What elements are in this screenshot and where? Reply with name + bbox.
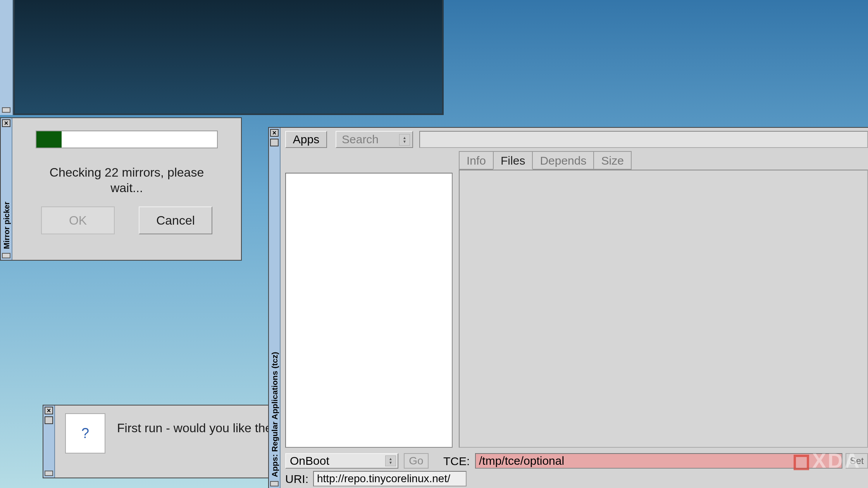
minimize-icon[interactable]	[2, 107, 10, 113]
install-mode-dropdown[interactable]: OnBoot ▲▼	[285, 453, 398, 469]
watermark: XDA	[794, 448, 861, 473]
detail-pane[interactable]	[459, 170, 868, 448]
mirror-picker-titlebar[interactable]: × Mirror picker	[1, 118, 12, 260]
uri-label: URI:	[285, 473, 308, 486]
search-mode-label: Search	[342, 133, 379, 146]
maximize-icon[interactable]	[270, 139, 279, 146]
dropdown-arrows-icon: ▲▼	[399, 134, 410, 146]
terminal-body[interactable]	[13, 0, 444, 115]
window-title: Apps: Regular Applications (tcz)	[270, 150, 279, 477]
package-list[interactable]	[285, 173, 453, 448]
dropdown-arrows-icon: ▲▼	[385, 455, 396, 466]
terminal-titlebar[interactable]	[0, 0, 13, 115]
minimize-icon[interactable]	[270, 481, 279, 486]
minimize-icon[interactable]	[2, 253, 10, 258]
window-title: Mirror picker	[2, 141, 11, 249]
tab-files[interactable]: Files	[493, 151, 533, 170]
install-mode-label: OnBoot	[290, 454, 329, 467]
close-icon[interactable]: ×	[2, 119, 10, 127]
tab-info[interactable]: Info	[459, 151, 494, 170]
tce-label: TCE:	[443, 455, 470, 468]
uri-row: URI: http://repo.tinycorelinux.net/	[285, 471, 868, 488]
tab-depends[interactable]: Depends	[532, 151, 594, 170]
watermark-logo-icon	[794, 455, 809, 470]
first-run-message: First run - would you like the	[117, 421, 268, 435]
apps-menu-button[interactable]: Apps	[285, 131, 327, 148]
tab-size[interactable]: Size	[593, 151, 631, 170]
terminal-window	[0, 0, 444, 115]
apps-window: × Apps: Regular Applications (tcz) Apps …	[268, 127, 868, 488]
progress-bar	[36, 131, 218, 148]
first-run-titlebar[interactable]: ×	[43, 406, 55, 478]
mirror-picker-window: × Mirror picker Checking 22 mirrors, ple…	[0, 117, 242, 261]
minimize-icon[interactable]	[45, 471, 53, 476]
question-icon: ?	[65, 413, 105, 454]
uri-input[interactable]: http://repo.tinycorelinux.net/	[313, 471, 467, 486]
first-run-window: × ? First run - would you like the	[43, 405, 268, 478]
install-row: OnBoot ▲▼ Go TCE: /tmp/tce/optional Set	[285, 453, 868, 470]
ok-button: OK	[41, 206, 115, 234]
search-mode-dropdown[interactable]: Search ▲▼	[336, 131, 413, 148]
maximize-icon[interactable]	[45, 416, 53, 424]
search-input[interactable]	[419, 131, 868, 148]
detail-tabs: InfoFilesDependsSize	[459, 151, 631, 170]
cancel-button[interactable]: Cancel	[139, 206, 212, 234]
close-icon[interactable]: ×	[45, 407, 53, 414]
apps-titlebar[interactable]: × Apps: Regular Applications (tcz)	[269, 128, 281, 488]
close-icon[interactable]: ×	[270, 129, 279, 137]
apps-toolbar: Apps Search ▲▼	[285, 131, 868, 152]
tce-path-input[interactable]: /tmp/tce/optional	[475, 453, 842, 469]
progress-fill	[36, 131, 62, 148]
status-text: Checking 22 mirrors, please wait...	[12, 165, 241, 196]
go-button[interactable]: Go	[404, 453, 429, 469]
